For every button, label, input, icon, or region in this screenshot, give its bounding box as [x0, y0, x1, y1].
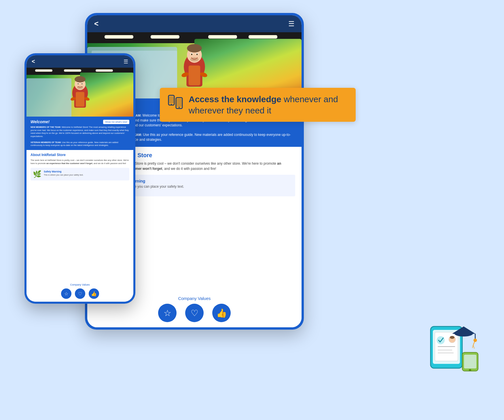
phone-values-section: Company Values ☆ ♡ 👍 — [26, 282, 133, 302]
phone-about-text: The work here at InkRetail Store is pret… — [31, 159, 129, 165]
svg-point-6 — [187, 44, 202, 52]
hamburger-icon[interactable]: ☰ — [288, 20, 295, 28]
phone-thumbs-value[interactable]: 👍 — [89, 288, 99, 299]
phone-light-3 — [96, 69, 113, 72]
svg-rect-4 — [189, 65, 200, 85]
svg-rect-28 — [177, 99, 182, 107]
svg-point-10 — [196, 54, 198, 55]
phone-light-2 — [64, 69, 81, 72]
tablet-about-text-2: , and we do it with passion and fire! — [162, 167, 216, 171]
phone-values-icons: ☆ ♡ 👍 — [31, 288, 129, 299]
certificate-illustration — [425, 318, 482, 375]
phone-worker-svg — [60, 73, 100, 117]
phone-welcome-title: Welcome! — [31, 119, 50, 124]
phone-thumbs-icon: 👍 — [91, 291, 97, 297]
phone-welcome-header: Welcome! Show me what's new! — [31, 119, 129, 124]
phone-app-header: < ☰ — [26, 55, 133, 68]
svg-line-47 — [472, 345, 473, 348]
svg-point-33 — [437, 336, 445, 344]
phone-about-title: About InkRetail Store — [31, 153, 129, 157]
svg-rect-40 — [464, 355, 476, 368]
phone-new-members-label: New members of the team: — [31, 126, 61, 128]
svg-point-18 — [74, 76, 85, 83]
tablet-values-icons: ☆ ♡ 👍 — [94, 304, 295, 322]
svg-point-21 — [77, 83, 78, 84]
phone-device-small: < ☰ — [24, 53, 135, 304]
mobile-device-icon — [168, 95, 183, 115]
tablet-app-header: < ☰ — [87, 15, 302, 32]
phone-hero-image — [26, 68, 133, 117]
light-strip-4 — [249, 35, 277, 39]
page-background: < ☰ — [0, 0, 504, 420]
callout-text: Access the knowledge whenever and wherev… — [189, 94, 348, 116]
phone-safety-title: Safety Warning — [44, 170, 84, 173]
thumbs-icon: 👍 — [216, 308, 227, 318]
phone-veteran-label: Veteran members of team: — [31, 141, 61, 143]
svg-point-23 — [77, 86, 83, 89]
svg-point-29 — [179, 107, 180, 108]
tablet-heart-value[interactable]: ♡ — [185, 304, 204, 322]
phone-hamburger-icon[interactable]: ☰ — [124, 58, 128, 65]
phone-star-value[interactable]: ☆ — [61, 288, 71, 299]
heart-icon: ♡ — [191, 308, 198, 318]
back-icon[interactable]: < — [94, 19, 98, 28]
phone-screen: < ☰ — [26, 55, 133, 302]
svg-point-9 — [191, 54, 193, 55]
phone-heart-icon: ♡ — [78, 291, 82, 297]
svg-point-38 — [450, 336, 454, 339]
phone-safety-content: Safety Warning This is where you can pla… — [44, 170, 84, 176]
phone-welcome-section: Welcome! Show me what's new! New members… — [26, 117, 133, 150]
phone-back-icon[interactable]: < — [32, 58, 35, 65]
light-strip-1 — [105, 35, 133, 39]
svg-line-48 — [473, 345, 474, 349]
tablet-thumbs-value[interactable]: 👍 — [212, 304, 231, 322]
phone-show-new-button[interactable]: Show me what's new! — [103, 120, 129, 124]
callout-text-bold: Access the knowledge — [189, 94, 281, 104]
svg-rect-16 — [76, 92, 84, 107]
phone-safety-box: 🌿 Safety Warning This is where you can p… — [31, 168, 129, 180]
phone-about-text-2: , and we do it with passion and fire! — [92, 162, 126, 165]
phone-heart-value[interactable]: ♡ — [75, 288, 85, 299]
phone-store-scene — [26, 68, 133, 117]
phone-star-icon: ☆ — [64, 291, 68, 297]
phone-values-title: Company Values — [31, 283, 129, 286]
light-strip-3 — [208, 35, 237, 39]
tablet-star-value[interactable]: ☆ — [158, 304, 177, 322]
callout-banner: Access the knowledge whenever and wherev… — [160, 88, 356, 122]
svg-rect-25 — [169, 96, 174, 103]
phone-veg-icon: 🌿 — [33, 170, 41, 178]
star-icon: ☆ — [164, 308, 171, 318]
phone-about-text-bold: an experience that the customer won't fo… — [46, 162, 92, 165]
phone-about-section: About InkRetail Store The work here at I… — [26, 150, 133, 282]
svg-point-41 — [469, 369, 471, 371]
svg-point-26 — [171, 104, 172, 105]
phone-light-1 — [35, 69, 52, 72]
svg-point-11 — [190, 57, 198, 61]
svg-point-22 — [82, 83, 82, 84]
phone-safety-text: This is where you can place your safety … — [44, 174, 84, 176]
light-strip-2 — [151, 35, 179, 39]
phone-welcome-text: New members of the team: Welcome to InkR… — [31, 126, 129, 147]
